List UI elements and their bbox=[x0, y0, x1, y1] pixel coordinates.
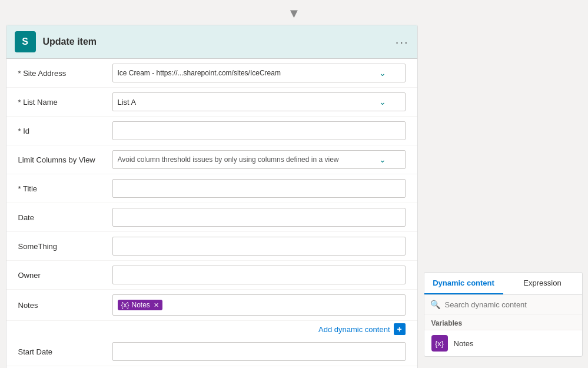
card-header: S Update item ··· bbox=[6, 25, 417, 59]
site-address-row: * Site Address Ice Cream - https://...sh… bbox=[6, 59, 417, 88]
something-label: SomeThing bbox=[18, 242, 112, 251]
connector-arrow: ▼ bbox=[288, 6, 301, 21]
title-input[interactable]: Title bbox=[112, 179, 406, 198]
title-row: * Title Title bbox=[6, 174, 417, 203]
site-address-display[interactable]: Ice Cream - https://...sharepoint.com/si… bbox=[112, 64, 406, 82]
start-date-row: Start Date bbox=[6, 337, 417, 366]
id-label: * Id bbox=[18, 127, 112, 135]
list-name-value: List A bbox=[118, 98, 137, 107]
add-dynamic-link[interactable]: Add dynamic content bbox=[318, 325, 390, 334]
list-name-label: * List Name bbox=[18, 98, 112, 107]
panel-search-bar: 🔍 bbox=[424, 295, 582, 314]
tab-dynamic-content[interactable]: Dynamic content bbox=[424, 273, 503, 294]
notes-variable-icon: {x} bbox=[431, 335, 448, 352]
list-name-select[interactable]: List A ⌄ bbox=[112, 92, 406, 111]
card-title: Update item bbox=[43, 37, 396, 47]
sharepoint-icon: S bbox=[15, 31, 36, 52]
limit-columns-value: Avoid column threshold issues by only us… bbox=[118, 155, 379, 164]
site-address-value: Ice Cream - https://...sharepoint.com/si… bbox=[118, 69, 281, 77]
list-name-chevron-icon: ⌄ bbox=[379, 97, 386, 107]
tab-expression[interactable]: Expression bbox=[503, 273, 582, 294]
add-dynamic-row: Add dynamic content + bbox=[6, 321, 417, 337]
title-label: * Title bbox=[18, 184, 112, 193]
add-dynamic-button[interactable]: + bbox=[394, 323, 406, 335]
search-icon: 🔍 bbox=[430, 300, 440, 309]
limit-columns-select[interactable]: Avoid column threshold issues by only us… bbox=[112, 150, 406, 169]
notes-field[interactable]: {x} Notes ✕ bbox=[112, 294, 406, 316]
limit-columns-display[interactable]: Avoid column threshold issues by only us… bbox=[112, 150, 406, 169]
id-input[interactable]: 1 bbox=[112, 121, 406, 140]
notes-variable-label: Notes bbox=[454, 339, 474, 348]
variables-section-label: Variables bbox=[424, 314, 582, 330]
list-name-display[interactable]: List A ⌄ bbox=[112, 92, 406, 111]
notes-row: Notes {x} Notes ✕ bbox=[6, 290, 417, 321]
limit-columns-chevron-icon: ⌄ bbox=[379, 155, 386, 164]
site-address-select[interactable]: Ice Cream - https://...sharepoint.com/si… bbox=[112, 64, 406, 82]
notes-tag: {x} Notes ✕ bbox=[118, 300, 162, 310]
card-body: * Site Address Ice Cream - https://...sh… bbox=[6, 59, 417, 368]
something-input[interactable] bbox=[112, 237, 406, 256]
date-row: Date bbox=[6, 203, 417, 232]
dynamic-content-panel: Dynamic content Expression 🔍 Variables {… bbox=[424, 272, 583, 357]
notes-tag-icon: {x} bbox=[121, 301, 129, 309]
list-item[interactable]: {x} Notes bbox=[424, 330, 582, 356]
notes-tag-close-button[interactable]: ✕ bbox=[154, 301, 159, 309]
owner-input[interactable] bbox=[112, 266, 406, 284]
card-menu-button[interactable]: ··· bbox=[396, 35, 409, 49]
owner-label: Owner bbox=[18, 271, 112, 280]
start-date-input[interactable] bbox=[112, 342, 406, 361]
id-row: * Id 1 bbox=[6, 117, 417, 145]
notes-tag-label: Notes bbox=[132, 301, 150, 309]
date-input[interactable] bbox=[112, 208, 406, 227]
update-item-card: S Update item ··· * Site Address Ice Cre… bbox=[6, 25, 418, 368]
notes-label: Notes bbox=[18, 301, 112, 310]
limit-columns-label: Limit Columns by View bbox=[18, 155, 112, 164]
owner-row: Owner bbox=[6, 261, 417, 290]
start-date-label: Start Date bbox=[18, 347, 112, 356]
date-label: Date bbox=[18, 213, 112, 222]
something-row: SomeThing bbox=[6, 232, 417, 261]
list-name-row: * List Name List A ⌄ bbox=[6, 88, 417, 117]
limit-columns-row: Limit Columns by View Avoid column thres… bbox=[6, 145, 417, 174]
dynamic-content-search-input[interactable] bbox=[445, 300, 576, 309]
site-address-chevron-icon: ⌄ bbox=[379, 68, 386, 78]
panel-tabs: Dynamic content Expression bbox=[424, 273, 582, 295]
site-address-label: * Site Address bbox=[18, 69, 112, 78]
